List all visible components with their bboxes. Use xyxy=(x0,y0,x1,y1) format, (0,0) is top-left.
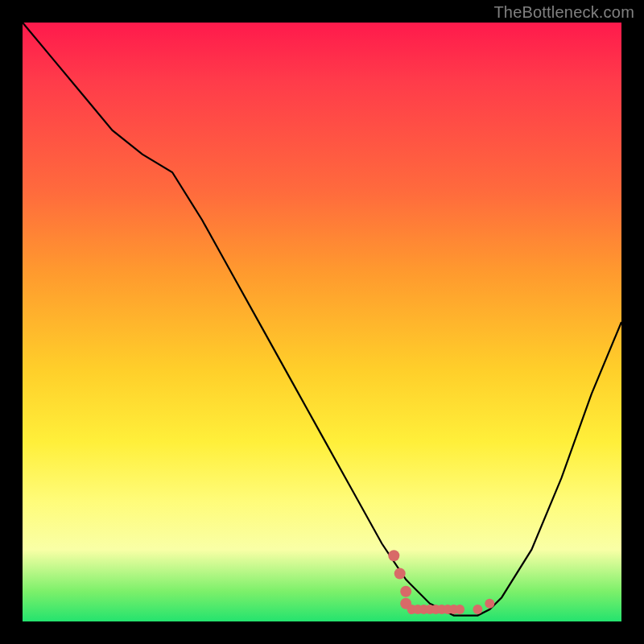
curve-marker xyxy=(485,599,494,609)
curve-path xyxy=(23,23,621,616)
curve-marker xyxy=(473,605,482,614)
chart-svg xyxy=(23,23,621,621)
curve-marker xyxy=(400,586,411,597)
watermark-text: TheBottleneck.com xyxy=(493,3,634,22)
curve-marker xyxy=(388,550,399,561)
marker-group xyxy=(388,550,494,614)
curve-marker xyxy=(394,568,406,580)
chart-frame: TheBottleneck.com xyxy=(0,0,644,644)
plot-area xyxy=(23,23,621,621)
curve-marker xyxy=(455,605,464,614)
